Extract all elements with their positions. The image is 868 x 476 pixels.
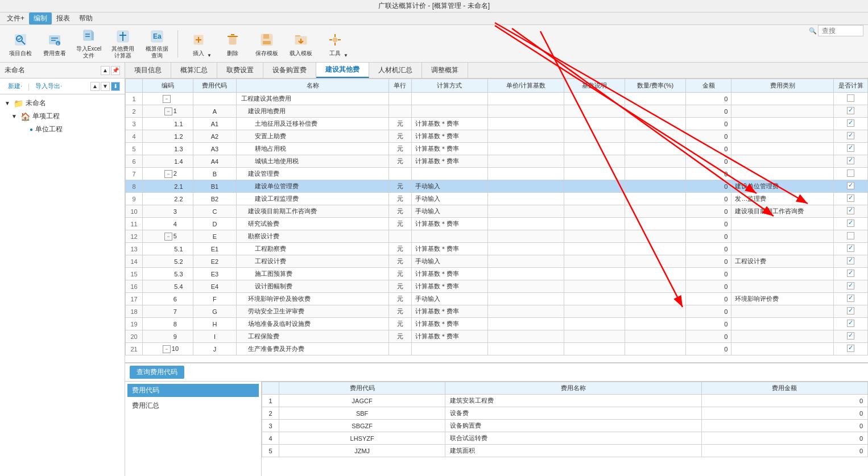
row-qty-rate[interactable] [625,143,685,155]
expand-btn[interactable]: － [163,95,171,103]
row-calc-yn[interactable] [834,130,868,143]
row-name[interactable]: 工程建设其他费用 [237,93,389,105]
table-row[interactable]: 18 7 G 劳动安全卫生评审费 元 计算基数＊费率 0 [126,305,868,318]
row-base-price[interactable] [487,305,564,318]
row-base-price[interactable] [487,93,564,105]
import-excel-button[interactable]: 导入Excel文件 [73,28,105,60]
calc-checkbox[interactable] [847,194,854,202]
row-calc-yn[interactable] [834,155,868,168]
save-template-button[interactable]: 保存模板 [251,28,283,60]
row-base-price[interactable] [487,193,564,205]
calc-checkbox[interactable] [847,307,854,314]
row-calc-yn[interactable] [834,93,868,105]
table-row[interactable]: 5 1.3 A3 耕地占用税 元 计算基数＊费率 0 [126,143,868,155]
project-check-button[interactable]: 项目自检 [5,28,36,60]
row-qty-rate[interactable] [625,130,685,143]
calc-checkbox[interactable] [847,119,854,127]
row-base-price[interactable] [487,205,564,218]
row-base-price[interactable] [487,330,564,343]
calc-checkbox[interactable] [847,270,854,277]
row-base-price[interactable] [487,105,564,118]
row-qty-rate[interactable] [625,118,685,130]
row-qty-rate[interactable] [625,268,685,280]
budget-calc-button[interactable]: Ea 概算依据查询 [141,28,173,60]
row-qty-rate[interactable] [625,193,685,205]
fee-query-button[interactable]: $ 费用查看 [39,28,71,60]
calc-checkbox[interactable] [847,332,854,340]
row-qty-rate[interactable] [625,343,685,355]
table-row[interactable]: 12 －5 E 勘察设计费 0 [126,230,868,243]
table-row[interactable]: 2 －1 A 建设用地费用 0 [126,105,868,118]
row-name[interactable]: 设计图幅制费 [237,280,389,293]
row-calc-yn[interactable] [834,318,868,330]
calc-checkbox[interactable] [847,282,854,289]
row-base-price[interactable] [487,255,564,268]
row-qty-rate[interactable] [625,205,685,218]
search-input[interactable] [818,25,863,36]
tab-construction-other[interactable]: 建设其他费 [316,63,369,78]
bottom-table-row[interactable]: 2 SBF 设备费 0 [262,407,868,420]
row-base-price[interactable] [487,180,564,193]
row-base-price[interactable] [487,118,564,130]
row-base-price[interactable] [487,318,564,330]
row-name[interactable]: 建设管理费 [237,168,389,180]
bottom-table-row[interactable]: 4 LHSYZF 联合试运转费 0 [262,432,868,445]
row-qty-rate[interactable] [625,180,685,193]
row-calc-yn[interactable] [834,330,868,343]
row-name[interactable]: 工程设计费 [237,255,389,268]
row-qty-rate[interactable] [625,230,685,243]
row-qty-rate[interactable] [625,168,685,180]
table-row[interactable]: 11 4 D 研究试验费 元 计算基数＊费率 0 [126,218,868,230]
row-name[interactable]: 施工图预算费 [237,268,389,280]
calc-checkbox[interactable] [847,169,854,177]
row-base-price[interactable] [487,155,564,168]
calc-checkbox[interactable] [847,132,854,139]
row-name[interactable]: 建设项目前期工作咨询费 [237,205,389,218]
row-name[interactable]: 勘察设计费 [237,230,389,243]
row-base-price[interactable] [487,130,564,143]
tab-budget-summary[interactable]: 概算汇总 [171,63,217,78]
calc-checkbox[interactable] [847,157,854,164]
expand-btn[interactable]: － [164,107,172,115]
row-calc-yn[interactable] [834,293,868,305]
calc-checkbox[interactable] [847,295,854,302]
table-row[interactable]: 15 5.3 E3 施工图预算费 元 计算基数＊费率 0 [126,268,868,280]
table-row[interactable]: 1 － 工程建设其他费用 0 [126,93,868,105]
row-qty-rate[interactable] [625,318,685,330]
row-name[interactable]: 土地征用及迁移补偿费 [237,118,389,130]
row-name[interactable]: 环境影响评价及验收费 [237,293,389,305]
table-row[interactable]: 19 8 H 场地准备及临时设施费 元 计算基数＊费率 0 [126,318,868,330]
load-template-button[interactable]: 载入模板 [285,28,317,60]
sidebar-collapse-btn[interactable]: ▲ [101,66,110,75]
table-row[interactable]: 10 3 C 建设项目前期工作咨询费 元 手动输入 0 建设项目前期工作咨询费 [126,205,868,218]
row-base-price[interactable] [487,293,564,305]
row-name[interactable]: 工程保险费 [237,330,389,343]
row-qty-rate[interactable] [625,93,685,105]
row-calc-yn[interactable] [834,268,868,280]
row-calc-yn[interactable] [834,230,868,243]
calc-checkbox[interactable] [847,144,854,152]
table-row[interactable]: 21 －10 J 生产准备费及开办费 0 [126,343,868,355]
row-name[interactable]: 劳动安全卫生评审费 [237,305,389,318]
insert-button[interactable]: 插入 ▼ [183,28,214,60]
calc-checkbox[interactable] [847,107,854,114]
row-base-price[interactable] [487,243,564,255]
row-name[interactable]: 工程勘察费 [237,243,389,255]
table-row[interactable]: 14 5.2 E2 工程设计费 元 手动输入 0 工程设计费 [126,255,868,268]
bottom-table-row[interactable]: 1 JAGCF 建筑安装工程费 0 [262,395,868,407]
table-row[interactable]: 9 2.2 B2 建设工程监理费 元 手动输入 0 发…监理费 [126,193,868,205]
bottom-table-row[interactable]: 3 SBGZF 设备购置费 0 [262,420,868,432]
calc-checkbox[interactable] [847,232,854,239]
table-row[interactable]: 17 6 F 环境影响评价及验收费 元 手动输入 0 环境影响评价费 [126,293,868,305]
row-calc-yn[interactable] [834,255,868,268]
row-calc-yn[interactable] [834,168,868,180]
tab-adjust-budget[interactable]: 调整概算 [422,63,468,78]
row-name[interactable]: 研究试验费 [237,218,389,230]
query-fee-code-button[interactable]: 查询费用代码 [130,366,184,379]
row-name[interactable]: 建设用地费用 [237,105,389,118]
calc-checkbox[interactable] [847,245,854,252]
row-name[interactable]: 建设单位管理费 [237,180,389,193]
row-base-price[interactable] [487,268,564,280]
expand-btn[interactable]: － [163,345,171,353]
tab-equipment-purchase[interactable]: 设备购置费 [263,63,316,78]
